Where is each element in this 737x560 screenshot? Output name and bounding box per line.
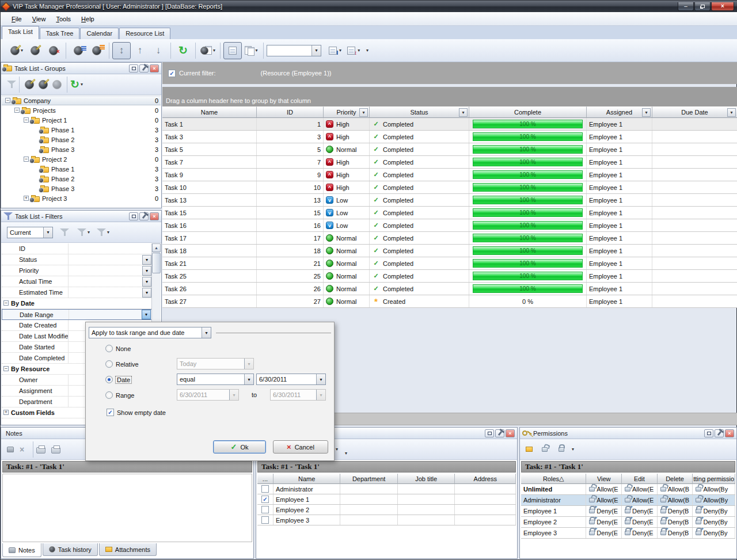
filter-value[interactable] [68,254,142,265]
permission-row-employee-1[interactable]: Employee 1Deny(EDeny(EDeny(BDeny(By [521,506,735,517]
task-row-task-9[interactable]: Task 99^High✓Completed100 %Employee 1 [162,169,737,181]
scrollbar-thumb[interactable] [152,253,161,273]
filter-dropdown-button[interactable]: ▾ [142,277,151,287]
assigned-checkbox[interactable] [261,516,269,524]
assigned-checkbox[interactable] [261,485,269,493]
unlock-icon[interactable] [542,447,548,452]
column-filter-button[interactable]: ▾ [459,108,468,117]
tab-task-list[interactable]: Task List [2,26,39,39]
filter-dropdown-button[interactable]: ▾ [142,310,151,319]
panel-close-button[interactable]: × [150,64,159,73]
task-row-task-3[interactable]: Task 33^High✓Completed100 %Employee 1 [162,131,737,143]
apply-to-combo[interactable]: Apply to task range and due date ▾ [89,327,211,338]
restore-button[interactable] [694,2,711,11]
tree-node-phase-3[interactable]: Phase 33 [2,144,161,154]
permissions-header-tting-permissio[interactable]: tting permissio [693,474,735,484]
current-filter-checkbox[interactable]: ✓ [168,70,176,77]
tree-toggle-icon[interactable]: − [5,98,10,103]
task-row-task-1[interactable]: Task 11^High✓Completed100 %Employee 1 [162,118,737,131]
filter-scrollbar[interactable]: ▲ [151,243,161,322]
panel-pin-button[interactable] [139,212,149,220]
group-toggle-icon[interactable]: − [3,300,9,306]
tree-node-phase-2[interactable]: Phase 23 [2,174,161,184]
menu-item-file[interactable]: File [6,14,27,24]
menu-item-view[interactable]: View [27,14,51,24]
column-header-due-date[interactable]: Due Date▾ [652,106,737,118]
assigned-row-employee-3[interactable]: Employee 3 [257,515,516,525]
print-preview-icon[interactable] [36,447,45,454]
expand-rows-button[interactable]: ↕ [112,42,131,59]
permissions-header-roles[interactable]: Roles △ [521,474,586,484]
tree-node-phase-1[interactable]: Phase 13 [2,125,161,135]
clear-filter-icon[interactable] [97,228,106,237]
task-row-task-5[interactable]: Task 55Normal✓Completed100 %Employee 1 [162,143,737,156]
combo-dropdown-icon[interactable]: ▾ [244,374,253,384]
tree-node-project-1[interactable]: −Project 10 [2,115,161,125]
filter-value[interactable] [68,276,142,287]
tree-toggle-icon[interactable]: − [24,117,29,123]
option-range[interactable]: Range [105,391,134,399]
panel-close-button[interactable]: × [150,212,159,220]
task-row-task-26[interactable]: Task 2626Normal✓Completed100 %Employee 1 [162,283,737,295]
permissions-header-delete[interactable]: Delete [658,474,693,484]
group-filter-icon[interactable] [7,80,16,89]
option-date[interactable]: Date [105,376,131,383]
filter-row-estimated-time[interactable]: Estimated Time▾ [2,287,161,298]
task-row-task-21[interactable]: Task 2121Normal✓Completed100 %Employee 1 [162,257,737,270]
filter-row-status[interactable]: Status▾ [2,254,161,265]
panel-close-button[interactable]: × [506,429,515,437]
tab-resource-list[interactable]: Resource List [119,28,170,39]
tree-node-phase-3[interactable]: Phase 33 [2,184,161,193]
column-header-priority[interactable]: Priority▾ [324,106,370,118]
delete-task-button[interactable]: × [44,42,63,59]
task-row-task-25[interactable]: Task 2525Normal✓Completed100 %Employee 1 [162,270,737,283]
add-note-icon[interactable] [7,447,14,452]
filter-row-actual-time[interactable]: Actual Time▾ [2,276,161,287]
panel-pin-button[interactable] [139,64,149,73]
delete-group-icon[interactable] [52,80,62,89]
assigned-header--[interactable]: ... [257,474,273,484]
filter-row-priority[interactable]: Priority▾ [2,265,161,276]
combo-dropdown-icon[interactable]: ▾ [316,374,325,384]
column-header-assigned[interactable]: Assigned▾ [587,106,652,118]
column-header-id[interactable]: ID [257,106,324,118]
refresh-groups-icon[interactable]: ↻ [70,78,79,91]
view-preset-combo[interactable]: ▾ [267,45,321,56]
column-header-status[interactable]: Status▾ [370,106,469,118]
notes-tab-attachments[interactable]: Attachments [99,543,157,556]
assigned-checkbox[interactable] [261,506,269,513]
column-header-complete[interactable]: Complete [469,106,587,118]
refresh-button[interactable]: ↻ [174,42,192,59]
tree-toggle-icon[interactable]: − [14,108,20,113]
assigned-checkbox[interactable]: ✓ [261,496,269,503]
permissions-header-edit[interactable]: Edit [622,474,658,484]
notes-tab-task-history[interactable]: Task history [43,543,98,556]
close-button[interactable]: × [711,2,734,11]
assigned-header-name[interactable]: Name [273,474,340,484]
tab-task-tree[interactable]: Task Tree [40,28,80,39]
task-row-task-16[interactable]: Task 1616vLow✓Completed100 %Employee 1 [162,219,737,232]
tree-node-project-2[interactable]: −Project 20 [2,154,161,164]
move-down-button[interactable]: ↓ [149,42,168,59]
permission-row-employee-3[interactable]: Employee 3Deny(EDeny(EDeny(BDeny(By [521,528,735,539]
option-relative[interactable]: Relative [105,360,139,368]
task-row-task-27[interactable]: Task 2727Normal*Created0 %Employee 1 [162,295,737,308]
show-empty-option[interactable]: ✓ Show empty date [107,409,166,416]
edit-group-icon[interactable] [39,80,48,89]
notes-tab-notes[interactable]: Notes [2,543,41,557]
assigned-row-employee-2[interactable]: Employee 2 [257,505,516,515]
combo-dropdown-icon[interactable]: ▾ [43,227,52,238]
permission-row-employee-2[interactable]: Employee 2Deny(EDeny(EDeny(BDeny(By [521,517,735,528]
add-group-icon[interactable] [25,80,34,89]
task-row-task-15[interactable]: Task 1515vLow✓Completed100 %Employee 1 [162,207,737,219]
date-operator-combo[interactable]: equal ▾ [177,374,254,385]
combo-dropdown-icon[interactable]: ▾ [202,327,211,338]
delete-view-button[interactable]: ×▾ [344,42,363,59]
print-button[interactable]: ▾ [199,42,217,59]
ok-button[interactable]: ✓ Ok [213,440,266,454]
apply-filter-icon[interactable] [60,228,69,237]
cancel-button[interactable]: × Cancel [273,440,328,454]
edit-task-button[interactable] [26,42,44,59]
panel-pin-button[interactable] [715,429,724,437]
panel-close-button[interactable]: × [725,429,734,437]
